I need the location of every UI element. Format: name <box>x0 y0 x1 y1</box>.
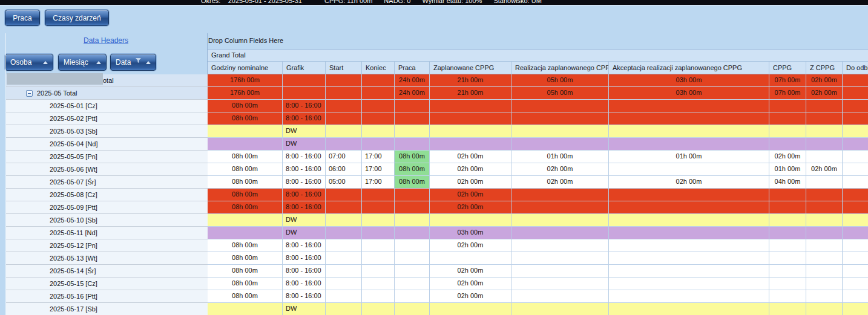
tree-date-row[interactable]: 2025-05-04 [Nd] <box>6 138 208 151</box>
grid-cell[interactable] <box>769 100 806 112</box>
grid-cell[interactable]: 05h 00m <box>511 87 609 100</box>
grid-row[interactable]: 08h 00m8:00 - 16:00 <box>208 112 868 125</box>
collapse-icon[interactable] <box>26 90 33 97</box>
grid-cell[interactable] <box>769 214 806 227</box>
grid-cell[interactable] <box>395 303 430 315</box>
grid-cell[interactable]: 8:00 - 16:00 <box>283 239 326 252</box>
tab-czasy-zdarzeń[interactable]: Czasy zdarzeń <box>45 10 109 26</box>
grid-cell[interactable] <box>843 125 868 138</box>
grid-cell[interactable] <box>283 74 326 87</box>
tree-date-row[interactable]: 2025-05-17 [Sb] <box>6 303 208 315</box>
grid-cell[interactable] <box>326 239 362 252</box>
column-header-zaplanowane[interactable]: Zaplanowane CPPG <box>430 62 511 74</box>
tree-date-row[interactable]: 2025-05-12 [Pn] <box>6 239 208 252</box>
grid-cell[interactable] <box>326 87 362 100</box>
grid-cell[interactable]: 03h 00m <box>430 227 511 239</box>
grid-cell[interactable] <box>843 227 868 239</box>
grid-cell[interactable] <box>511 100 609 112</box>
grid-cell[interactable]: 08h 00m <box>208 176 283 189</box>
grid-cell[interactable]: 02h 00m <box>511 163 609 176</box>
grid-row[interactable]: 08h 00m8:00 - 16:00 <box>208 252 868 265</box>
grid-cell[interactable] <box>843 252 868 265</box>
grid-cell[interactable] <box>609 214 769 227</box>
grid-cell[interactable]: 05h 00m <box>511 74 609 87</box>
grid-cell[interactable]: 02h 00m <box>430 278 511 290</box>
grid-cell[interactable]: 8:00 - 16:00 <box>283 252 326 265</box>
grid-cell[interactable] <box>843 87 868 100</box>
grid-cell[interactable]: 21h 00m <box>430 74 511 87</box>
tree-group-row[interactable]: 2025-05 Total <box>6 87 208 100</box>
grid-cell[interactable] <box>806 189 843 201</box>
grid-cell[interactable] <box>609 163 769 176</box>
grid-cell[interactable] <box>283 87 326 100</box>
grid-cell[interactable]: 02h 00m <box>430 176 511 189</box>
grid-cell[interactable]: 02h 00m <box>769 151 806 163</box>
grid-cell[interactable] <box>208 214 283 227</box>
grid-cell[interactable] <box>609 303 769 315</box>
grid-cell[interactable] <box>430 112 511 125</box>
grid-cell[interactable] <box>395 278 430 290</box>
grid-cell[interactable] <box>843 138 868 151</box>
grid-row[interactable]: 08h 00m8:00 - 16:0002h 00m <box>208 290 868 303</box>
grid-cell[interactable]: DW <box>283 303 326 315</box>
grid-cell[interactable] <box>609 278 769 290</box>
group-button-osoba[interactable]: Osoba <box>5 54 53 71</box>
grid-cell[interactable] <box>430 252 511 265</box>
grid-cell[interactable] <box>769 265 806 278</box>
grid-cell[interactable] <box>843 189 868 201</box>
grid-row[interactable]: 08h 00m8:00 - 16:0002h 00m <box>208 189 868 201</box>
column-header-godziny[interactable]: Godziny nominalne <box>208 62 283 74</box>
tree-date-row[interactable]: 2025-05-03 [Sb] <box>6 125 208 138</box>
grid-cell[interactable] <box>208 227 283 239</box>
grid-cell[interactable] <box>769 303 806 315</box>
grid-cell[interactable] <box>326 112 362 125</box>
grid-row[interactable]: DW <box>208 214 868 227</box>
grid-cell[interactable]: 02h 00m <box>806 74 843 87</box>
grid-cell[interactable] <box>395 189 430 201</box>
grid-cell[interactable] <box>362 87 395 100</box>
grid-cell[interactable] <box>609 252 769 265</box>
grid-cell[interactable] <box>609 239 769 252</box>
grid-cell[interactable] <box>609 201 769 214</box>
grid-cell[interactable] <box>769 239 806 252</box>
grid-row[interactable]: 176h 00m24h 00m21h 00m05h 00m03h 00m07h … <box>208 74 868 87</box>
column-header-grafik[interactable]: Grafik <box>283 62 326 74</box>
grid-cell[interactable] <box>769 227 806 239</box>
tab-praca[interactable]: Praca <box>5 10 40 26</box>
grid-cell[interactable] <box>362 265 395 278</box>
grid-cell[interactable] <box>362 303 395 315</box>
grid-cell[interactable]: 8:00 - 16:00 <box>283 278 326 290</box>
grid-cell[interactable]: 03h 00m <box>609 74 769 87</box>
column-header-do[interactable]: Do odbioru <box>843 62 868 74</box>
grid-cell[interactable] <box>326 303 362 315</box>
grid-cell[interactable] <box>326 278 362 290</box>
grid-cell[interactable] <box>362 138 395 151</box>
tree-date-row[interactable]: 2025-05-02 [Ptt] <box>6 112 208 125</box>
grid-cell[interactable]: 08h 00m <box>208 252 283 265</box>
grid-cell[interactable]: 08h 00m <box>208 100 283 112</box>
grid-cell[interactable] <box>806 252 843 265</box>
grid-cell[interactable] <box>843 278 868 290</box>
grid-cell[interactable] <box>395 201 430 214</box>
tree-date-row[interactable]: 2025-05-14 [Śr] <box>6 265 208 278</box>
grid-cell[interactable]: 04h 00m <box>769 176 806 189</box>
grid-cell[interactable]: 02h 00m <box>806 87 843 100</box>
grid-cell[interactable] <box>430 214 511 227</box>
grid-cell[interactable] <box>362 214 395 227</box>
tree-date-row[interactable]: 2025-05-10 [Sb] <box>6 214 208 227</box>
grid-row[interactable]: 08h 00m8:00 - 16:0007:0017:0008h 00m02h … <box>208 151 868 163</box>
grid-cell[interactable]: 8:00 - 16:00 <box>283 189 326 201</box>
grid-cell[interactable] <box>806 100 843 112</box>
grid-cell[interactable] <box>609 290 769 303</box>
grid-cell[interactable] <box>326 125 362 138</box>
grid-cell[interactable] <box>769 125 806 138</box>
tree-date-row[interactable]: 2025-05-16 [Ptt] <box>6 290 208 303</box>
grid-cell[interactable]: 05:00 <box>326 176 362 189</box>
grid-cell[interactable]: 02h 00m <box>511 176 609 189</box>
grid-cell[interactable] <box>395 214 430 227</box>
grid-cell[interactable] <box>395 239 430 252</box>
grid-cell[interactable]: 17:00 <box>362 176 395 189</box>
grid-cell[interactable]: 02h 00m <box>430 163 511 176</box>
grid-row[interactable]: 08h 00m8:00 - 16:0006:0017:0008h 00m02h … <box>208 163 868 176</box>
grid-cell[interactable] <box>843 265 868 278</box>
